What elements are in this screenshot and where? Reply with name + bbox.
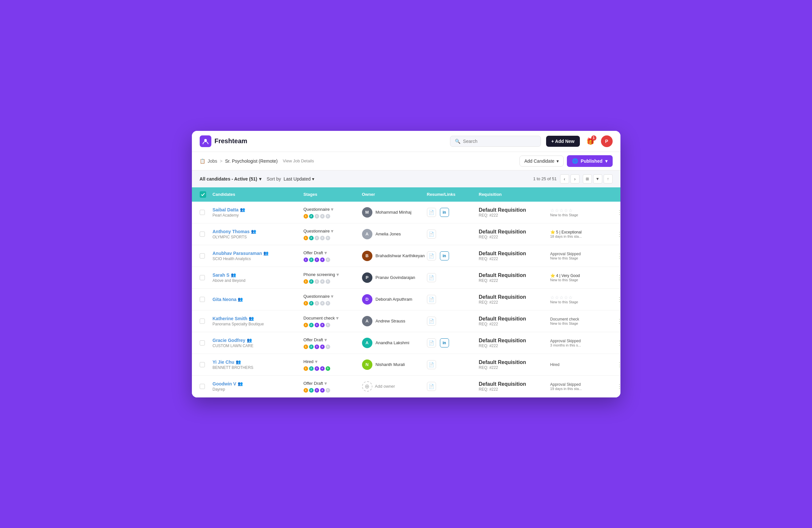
stage-dropdown[interactable]: Questionnaire ▾ <box>304 206 362 212</box>
export-button[interactable]: ↑ <box>604 174 613 184</box>
candidate-cell: Yi Jie Chu 👥 BENNETT BROTHERS <box>213 359 304 370</box>
more-actions[interactable]: ⋮ <box>615 208 621 217</box>
grid-view-button[interactable]: ⊞ <box>583 174 592 184</box>
more-actions[interactable]: ⋮ <box>615 316 621 326</box>
row-checkbox[interactable] <box>200 297 213 302</box>
candidate-name[interactable]: Katherine Smith <box>213 316 247 321</box>
filter-dropdown[interactable]: All candidates - Active (51) ▾ <box>200 176 262 182</box>
more-button[interactable]: ⋮ <box>615 229 621 239</box>
table-header: Candidates Stages Owner Resume/Links Req… <box>192 187 621 202</box>
select-all-checkbox[interactable] <box>200 191 206 198</box>
stage-cell: Questionnaire ▾ 12345 <box>304 293 362 305</box>
stage-cell: Offer Draft ▾ 12345 <box>304 337 362 349</box>
pagination-controls: ‹ › <box>560 174 580 184</box>
owner-cell: A Amelia Jones <box>362 229 427 239</box>
more-actions[interactable]: ⋮ <box>615 229 621 239</box>
linkedin-icon[interactable]: in <box>440 208 449 217</box>
logo-icon <box>200 135 212 147</box>
add-owner-button[interactable]: ⊕ Add owner <box>362 381 427 391</box>
logo-area: Freshteam <box>200 135 247 147</box>
candidate-name[interactable]: Gita Neona <box>213 297 237 302</box>
rating-cell: Approval Skipped19 days in this sta... <box>550 382 615 391</box>
more-button[interactable]: ⋮ <box>615 338 621 348</box>
next-page-button[interactable]: › <box>570 174 580 184</box>
candidate-name[interactable]: Anubhav Parasuraman <box>213 251 262 256</box>
col-resume: Resume/Links <box>427 192 479 197</box>
team-icon: 👥 <box>238 297 243 302</box>
stage-dropdown[interactable]: Phone screening ▾ <box>304 271 362 277</box>
published-button[interactable]: 🌐 Published ▾ <box>567 155 613 167</box>
prev-page-button[interactable]: ‹ <box>560 174 569 184</box>
resume-icon[interactable]: 📄 <box>427 317 436 326</box>
more-actions[interactable]: ⋮ <box>615 382 621 391</box>
chevron-down-icon: ▾ <box>259 176 261 182</box>
more-button[interactable]: ⋮ <box>615 295 621 304</box>
stage-dropdown[interactable]: Offer Draft ▾ <box>304 337 362 343</box>
more-button[interactable]: ⋮ <box>615 360 621 370</box>
stage-dropdown[interactable]: Offer Draft ▾ <box>304 250 362 256</box>
candidate-name[interactable]: Anthony Thomas <box>213 229 250 234</box>
user-avatar[interactable]: P <box>601 135 613 147</box>
more-actions[interactable]: ⋮ <box>615 251 621 261</box>
resume-icon[interactable]: 📄 <box>427 338 436 347</box>
resume-icon[interactable]: 📄 <box>427 360 436 369</box>
candidate-name[interactable]: Goodwin V <box>213 381 236 386</box>
more-actions[interactable]: ⋮ <box>615 338 621 348</box>
more-button[interactable]: ⋮ <box>615 208 621 217</box>
stage-cell: Document check ▾ 12345 <box>304 315 362 327</box>
linkedin-icon[interactable]: in <box>440 251 449 260</box>
add-candidate-button[interactable]: Add Candidate ▾ <box>520 156 564 167</box>
add-new-button[interactable]: + Add New <box>546 136 580 147</box>
table-row: Anubhav Parasuraman 👥 SCIO Health Analyt… <box>192 245 621 267</box>
globe-icon: 🌐 <box>572 158 578 164</box>
stage-dropdown[interactable]: Offer Draft ▾ <box>304 380 362 386</box>
row-checkbox[interactable] <box>200 362 213 367</box>
more-button[interactable]: ⋮ <box>615 273 621 283</box>
stage-dropdown[interactable]: Questionnaire ▾ <box>304 228 362 234</box>
col-requisition: Requisition <box>479 192 550 197</box>
sort-dropdown[interactable]: Last Updated ▾ <box>284 176 314 182</box>
more-button[interactable]: ⋮ <box>615 316 621 326</box>
row-checkbox[interactable] <box>200 384 213 389</box>
resume-cell: 📄in <box>427 208 479 217</box>
candidate-name[interactable]: Saibal Datta <box>213 207 238 212</box>
resume-icon[interactable]: 📄 <box>427 251 436 260</box>
row-checkbox[interactable] <box>200 318 213 324</box>
resume-icon[interactable]: 📄 <box>427 208 436 217</box>
jobs-link[interactable]: Jobs <box>208 158 218 164</box>
more-actions[interactable]: ⋮ <box>615 295 621 304</box>
notification-button[interactable]: 🎁 1 <box>585 136 596 146</box>
more-button[interactable]: ⋮ <box>615 251 621 261</box>
owner-cell: A Anandha Lakshmi <box>362 338 427 348</box>
requisition-cell: Default Requisition REQ: #222 <box>479 272 550 283</box>
svg-point-0 <box>204 139 207 142</box>
candidate-name[interactable]: Sarah S <box>213 272 230 277</box>
resume-icon[interactable]: 📄 <box>427 382 436 391</box>
team-icon: 👥 <box>236 359 241 364</box>
more-actions[interactable]: ⋮ <box>615 360 621 370</box>
requisition-cell: Default Requisition REQ: #222 <box>479 381 550 391</box>
row-checkbox[interactable] <box>200 253 213 258</box>
resume-icon[interactable]: 📄 <box>427 295 436 304</box>
team-icon: 👥 <box>263 251 269 256</box>
linkedin-icon[interactable]: in <box>440 338 449 347</box>
row-checkbox[interactable] <box>200 275 213 280</box>
more-button[interactable]: ⋮ <box>615 382 621 391</box>
row-checkbox[interactable] <box>200 340 213 345</box>
candidate-name[interactable]: Yi Jie Chu <box>213 359 234 365</box>
search-input[interactable] <box>463 139 536 144</box>
resume-icon[interactable]: 📄 <box>427 230 436 239</box>
search-bar[interactable]: 🔍 <box>450 136 541 147</box>
resume-icon[interactable]: 📄 <box>427 273 436 282</box>
owner-cell: A Andrew Strauss <box>362 316 427 326</box>
row-checkbox[interactable] <box>200 210 213 215</box>
resume-cell: 📄 <box>427 230 479 239</box>
stage-dropdown[interactable]: Questionnaire ▾ <box>304 293 362 299</box>
more-actions[interactable]: ⋮ <box>615 273 621 283</box>
stage-dropdown[interactable]: Document check ▾ <box>304 315 362 321</box>
row-checkbox[interactable] <box>200 231 213 237</box>
stage-dropdown[interactable]: Hired ▾ <box>304 358 362 365</box>
candidate-name[interactable]: Gracie Godfrey <box>213 338 245 343</box>
filter-button[interactable]: ▼ <box>593 174 602 184</box>
view-job-link[interactable]: View Job Details <box>283 158 314 163</box>
